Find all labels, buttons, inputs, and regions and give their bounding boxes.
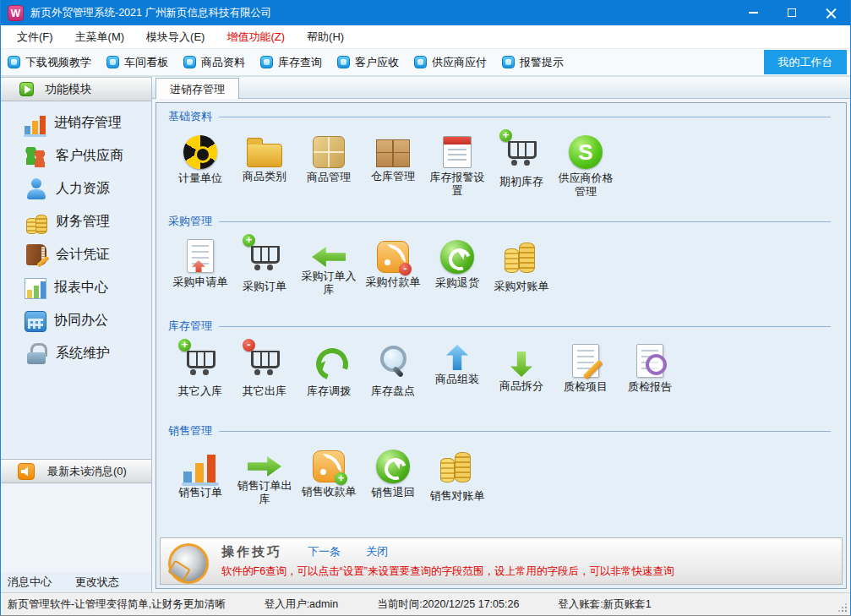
unread-messages-label: 最新未读消息(0) xyxy=(47,464,127,479)
section-items: 计量单位商品类别商品管理仓库管理库存报警设置+期初库存供应商价格管理 xyxy=(168,125,836,206)
sidebar-item-lock[interactable]: 系统维护 xyxy=(1,337,151,370)
coins-icon xyxy=(437,446,477,487)
app-item[interactable]: 销售对账单 xyxy=(425,446,489,517)
app-item[interactable]: +其它入库 xyxy=(168,341,232,412)
app-item[interactable]: 销售订单 xyxy=(168,446,232,517)
resize-grip[interactable] xyxy=(838,603,848,613)
next-tip-link[interactable]: 下一条 xyxy=(308,544,341,559)
app-item[interactable]: 库存调拨 xyxy=(297,341,361,412)
toolbar-item-label: 商品资料 xyxy=(201,55,245,70)
section-items: 采购申请单+采购订单采购订单入库-采购付款单采购退货采购对账单 xyxy=(168,230,836,311)
app-item[interactable]: 采购退货 xyxy=(425,237,489,308)
app-item[interactable]: 库存盘点 xyxy=(361,341,425,412)
toolbar-item[interactable]: 报警提示 xyxy=(502,55,564,70)
close-button[interactable] xyxy=(811,0,850,25)
body: 功能模块 进销存管理客户供应商人力资源财务管理会计凭证报表中心协同办公系统维护 … xyxy=(1,77,850,592)
app-item[interactable]: 计量单位 xyxy=(168,132,232,203)
radiation-icon xyxy=(183,135,217,169)
my-workbench-button[interactable]: 我的工作台 xyxy=(764,50,847,74)
book-icon xyxy=(26,244,46,265)
maximize-button[interactable] xyxy=(772,0,811,25)
section-items: 销售订单销售订单出库+销售收款单销售退回销售对账单 xyxy=(168,439,836,521)
app-item[interactable]: 商品拆分 xyxy=(489,341,554,412)
sidebar-item-person[interactable]: 人力资源 xyxy=(1,172,151,205)
sidebar-item-calendar[interactable]: 协同办公 xyxy=(1,304,151,337)
app-item[interactable]: 供应商价格管理 xyxy=(554,132,618,203)
sidebar-item-report[interactable]: 报表中心 xyxy=(1,271,151,304)
maximize-icon xyxy=(788,8,796,17)
rss-icon: - xyxy=(377,241,409,273)
sidebar-item-coins[interactable]: 财务管理 xyxy=(1,205,151,238)
app-item[interactable]: 采购申请单 xyxy=(168,237,232,308)
section-title: 基础资料 xyxy=(168,109,212,124)
app-item[interactable]: 销售订单出库 xyxy=(232,446,297,517)
minimize-button[interactable] xyxy=(734,0,772,25)
app-item[interactable]: -采购付款单 xyxy=(361,237,425,308)
app-item[interactable]: 商品管理 xyxy=(297,132,361,203)
calendar-icon xyxy=(443,136,472,168)
menu-item[interactable]: 帮助(H) xyxy=(296,25,355,49)
message-center-link[interactable]: 消息中心 xyxy=(8,575,52,590)
menu-item[interactable]: 模块导入(E) xyxy=(135,25,215,49)
blue-square-icon xyxy=(260,56,273,68)
section: 库存管理+其它入库-其它出库库存调拨库存盘点商品组装商品拆分质检项目质检报告 xyxy=(168,318,836,416)
sidebar-item-chart[interactable]: 进销存管理 xyxy=(1,106,151,139)
app-item[interactable]: +采购订单 xyxy=(232,237,297,308)
sidebar-item-label: 财务管理 xyxy=(56,213,110,231)
arrow-left-icon xyxy=(312,247,346,267)
app-item[interactable]: 销售退回 xyxy=(361,446,425,517)
blue-square-icon xyxy=(106,56,119,68)
toolbar-item[interactable]: 商品资料 xyxy=(183,55,245,70)
sidebar-item-people[interactable]: 客户供应商 xyxy=(1,139,151,172)
grid-icon xyxy=(313,136,345,168)
app-item[interactable]: -其它出库 xyxy=(232,341,297,412)
app-item[interactable]: 商品类别 xyxy=(232,132,297,203)
sidebar-item-label: 客户供应商 xyxy=(56,147,123,165)
app-item[interactable]: 库存报警设置 xyxy=(425,132,489,203)
section-title: 采购管理 xyxy=(168,214,212,229)
sidebar-item-label: 进销存管理 xyxy=(54,114,122,132)
sidebar-header-function-modules[interactable]: 功能模块 xyxy=(1,77,151,101)
blue-square-icon xyxy=(337,56,350,68)
app-item[interactable]: 仓库管理 xyxy=(361,132,425,203)
app-item-label: 采购订单 xyxy=(232,280,297,293)
toolbar-item[interactable]: 车间看板 xyxy=(106,55,168,70)
minus-badge-icon: - xyxy=(399,263,412,275)
section-divider-line xyxy=(219,221,831,222)
app-item[interactable]: +销售收款单 xyxy=(297,446,361,517)
section-header: 基础资料 xyxy=(168,108,836,125)
chart-icon xyxy=(25,113,46,134)
toolbar-item-label: 供应商应付 xyxy=(432,55,487,70)
app-item[interactable]: +期初库存 xyxy=(489,132,554,203)
toolbar: 下载视频教学车间看板商品资料库存查询客户应收供应商应付报警提示 我的工作台 xyxy=(1,49,850,77)
toolbar-item[interactable]: 下载视频教学 xyxy=(8,55,91,70)
sidebar-item-label: 系统维护 xyxy=(56,345,110,363)
search-icon xyxy=(373,341,413,382)
window-controls xyxy=(734,0,850,25)
app-item-label: 质检报告 xyxy=(618,380,682,394)
close-tip-link[interactable]: 关闭 xyxy=(366,544,388,559)
unread-messages-bar[interactable]: 最新未读消息(0) xyxy=(1,459,151,483)
app-item[interactable]: 采购订单入库 xyxy=(297,237,361,308)
toolbar-item[interactable]: 供应商应付 xyxy=(414,55,487,70)
menu-item[interactable]: 增值功能(Z) xyxy=(215,25,296,49)
refresh-icon xyxy=(376,450,410,483)
app-item[interactable]: 质检报告 xyxy=(618,341,682,412)
doc-icon xyxy=(187,239,214,273)
toolbar-item[interactable]: 客户应收 xyxy=(337,55,399,70)
megaphone-icon xyxy=(171,542,210,581)
app-item[interactable]: 采购对账单 xyxy=(489,237,554,308)
tab-inventory-management[interactable]: 进销存管理 xyxy=(155,78,239,99)
menu-item[interactable]: 文件(F) xyxy=(6,25,64,49)
app-item[interactable]: 质检项目 xyxy=(554,341,618,412)
app-item[interactable]: 商品组装 xyxy=(425,341,489,412)
toolbar-item[interactable]: 库存查询 xyxy=(260,55,322,70)
sidebar-item-book[interactable]: 会计凭证 xyxy=(1,238,151,271)
change-status-link[interactable]: 更改状态 xyxy=(75,575,119,590)
menu-item[interactable]: 主菜单(M) xyxy=(64,25,136,49)
coins-icon xyxy=(501,237,542,277)
plus-badge-icon: + xyxy=(335,472,347,485)
cart-icon: + xyxy=(501,132,542,172)
sidebar-item-label: 会计凭证 xyxy=(56,246,110,264)
app-item-label: 供应商价格管理 xyxy=(554,172,618,199)
